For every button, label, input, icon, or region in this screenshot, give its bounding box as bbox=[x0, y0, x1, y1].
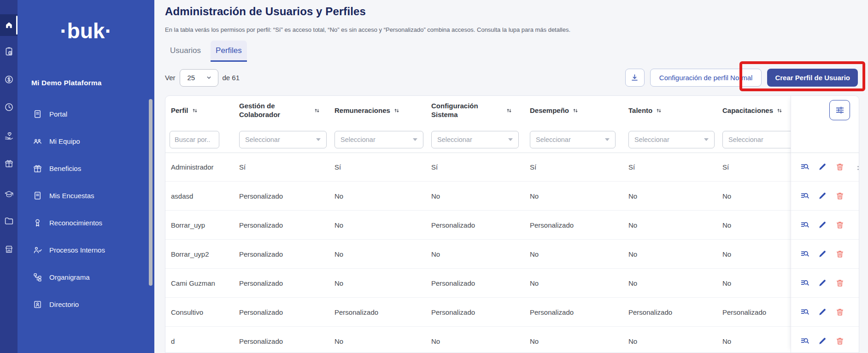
column-header-remuneraciones[interactable]: Remuneraciones bbox=[334, 96, 400, 125]
rail-item-graduation-cap[interactable] bbox=[0, 183, 18, 205]
sort-icon[interactable] bbox=[572, 107, 579, 114]
permission-cell: Personalizado bbox=[431, 298, 475, 327]
create-profile-button[interactable]: Crear Perfil de Usuario bbox=[767, 69, 858, 87]
dropdown-caret-icon bbox=[316, 138, 321, 141]
config-profile-button[interactable]: Configuración de perfil Normal bbox=[650, 69, 762, 87]
column-header-talento[interactable]: Talento bbox=[628, 96, 662, 125]
view-details-icon[interactable] bbox=[800, 249, 810, 259]
rail-item-clock[interactable] bbox=[0, 96, 18, 118]
rail-item-home[interactable] bbox=[0, 14, 18, 36]
delete-icon[interactable] bbox=[835, 278, 845, 288]
filter-select-talento[interactable]: Seleccionar bbox=[628, 131, 715, 148]
rail-item-storefront[interactable] bbox=[0, 238, 18, 259]
column-header-label: Gestión de Colaborador bbox=[239, 102, 299, 119]
delete-icon[interactable] bbox=[835, 336, 845, 346]
permission-cell: Personalizado bbox=[722, 298, 766, 327]
rail-item-dollar[interactable] bbox=[0, 69, 18, 90]
sidebar-item-mis-encuestas[interactable]: Mis Encuestas bbox=[18, 182, 154, 209]
permission-cell: Personalizado bbox=[334, 298, 378, 327]
view-details-icon[interactable] bbox=[800, 191, 810, 201]
hand-heart-icon bbox=[4, 131, 14, 141]
dropdown-caret-icon bbox=[704, 138, 709, 141]
profile-name-cell: Consultivo bbox=[171, 298, 203, 327]
buk-logo[interactable]: ·buk· bbox=[18, 18, 154, 43]
sidebar-item-reconocimientos[interactable]: Reconocimientos bbox=[18, 209, 154, 236]
column-header-capacitaciones[interactable]: Capacitaciones bbox=[722, 96, 783, 125]
rail-item-gift[interactable] bbox=[0, 153, 18, 174]
sidebar-item-beneficios[interactable]: Beneficios bbox=[18, 155, 154, 182]
page-size-value: 25 bbox=[188, 74, 195, 82]
sort-icon[interactable] bbox=[506, 107, 512, 114]
permission-cell: No bbox=[722, 269, 731, 298]
sort-icon[interactable] bbox=[192, 107, 198, 114]
view-details-icon[interactable] bbox=[800, 278, 810, 288]
rail-item-clipboard-clock[interactable] bbox=[0, 41, 18, 62]
column-settings-button[interactable] bbox=[829, 100, 850, 120]
view-details-icon[interactable] bbox=[800, 220, 810, 230]
tab-label: Usuarios bbox=[170, 46, 201, 55]
pagination-controls: Ver 25 de 61 bbox=[165, 69, 240, 87]
column-header-desempe-o[interactable]: Desempeño bbox=[530, 96, 579, 125]
filter-select-placeholder: Seleccionar bbox=[245, 136, 280, 143]
sidebar-item-portal[interactable]: Portal bbox=[18, 100, 154, 128]
delete-icon[interactable] bbox=[835, 249, 845, 259]
row-actions bbox=[791, 153, 859, 182]
permission-cell: No bbox=[530, 240, 539, 269]
table-row: ConsultivoPersonalizadoPersonalizadoPers… bbox=[165, 298, 859, 327]
gift-icon bbox=[4, 159, 14, 168]
sidebar-item-directorio[interactable]: Directorio bbox=[18, 291, 154, 318]
download-button[interactable] bbox=[625, 69, 645, 87]
delete-icon[interactable] bbox=[835, 191, 845, 201]
permission-cell: Sí bbox=[334, 153, 341, 182]
sidebar-item-label: Mi Equipo bbox=[49, 137, 80, 145]
sort-icon[interactable] bbox=[776, 107, 783, 114]
person-check-icon bbox=[33, 245, 42, 255]
sort-icon[interactable] bbox=[393, 107, 400, 114]
filter-select-desempe-o[interactable]: Seleccionar bbox=[530, 131, 616, 148]
filter-select-gesti-n-de-colaborador[interactable]: Seleccionar bbox=[239, 131, 327, 148]
permission-cell: Personalizado bbox=[239, 240, 283, 269]
filter-select-configuraci-n-sistema[interactable]: Seleccionar bbox=[431, 131, 519, 148]
sidebar-item-label: Reconocimientos bbox=[49, 219, 102, 227]
page-size-select[interactable]: 25 bbox=[180, 69, 218, 87]
filter-select-remuneraciones[interactable]: Seleccionar bbox=[334, 131, 423, 148]
edit-icon[interactable] bbox=[818, 220, 827, 230]
sidebar-item-organigrama[interactable]: Organigrama bbox=[18, 264, 154, 291]
view-details-icon[interactable] bbox=[800, 162, 810, 172]
sort-icon[interactable] bbox=[656, 107, 662, 114]
edit-icon[interactable] bbox=[818, 162, 827, 172]
edit-icon[interactable] bbox=[818, 278, 827, 288]
profile-name-cell: Borrar_uyp bbox=[171, 211, 205, 240]
permission-cell: No bbox=[628, 182, 637, 211]
delete-icon[interactable] bbox=[835, 162, 845, 172]
sidebar-menu: PortalMi EquipoBeneficiosMis EncuestasRe… bbox=[18, 100, 154, 318]
tab-perfiles[interactable]: Perfiles bbox=[211, 41, 247, 62]
sort-icon[interactable] bbox=[314, 107, 320, 114]
sidebar-item-mi-equipo[interactable]: Mi Equipo bbox=[18, 128, 154, 155]
sliders-icon bbox=[835, 105, 845, 115]
edit-icon[interactable] bbox=[818, 191, 827, 201]
sidebar-scrollbar[interactable] bbox=[149, 99, 152, 286]
main-content: Administración de Usuarios y Perfiles En… bbox=[154, 0, 868, 353]
storefront-icon bbox=[4, 244, 14, 254]
people-icon bbox=[33, 136, 42, 146]
permission-cell: Personalizado bbox=[530, 298, 574, 327]
column-header-gesti-n-de-colaborador[interactable]: Gestión de Colaborador bbox=[239, 96, 320, 125]
tab-usuarios[interactable]: Usuarios bbox=[165, 41, 206, 62]
profile-search-input[interactable] bbox=[170, 131, 219, 148]
view-details-icon[interactable] bbox=[800, 307, 810, 317]
rail-item-folder[interactable] bbox=[0, 210, 18, 231]
delete-icon[interactable] bbox=[835, 220, 845, 230]
edit-icon[interactable] bbox=[818, 336, 827, 346]
column-header-configuraci-n-sistema[interactable]: Configuración Sistema bbox=[431, 96, 512, 125]
row-actions bbox=[791, 182, 859, 211]
sidebar-item-procesos-internos[interactable]: Procesos Internos bbox=[18, 236, 154, 264]
rail-item-hand-heart[interactable] bbox=[0, 125, 18, 146]
view-details-icon[interactable] bbox=[800, 336, 810, 346]
edit-icon[interactable] bbox=[818, 307, 827, 317]
delete-icon[interactable] bbox=[835, 307, 845, 317]
column-header-perfil[interactable]: Perfil bbox=[171, 96, 198, 125]
edit-icon[interactable] bbox=[818, 249, 827, 259]
clock-icon bbox=[4, 102, 14, 112]
graduation-cap-icon bbox=[4, 189, 14, 199]
